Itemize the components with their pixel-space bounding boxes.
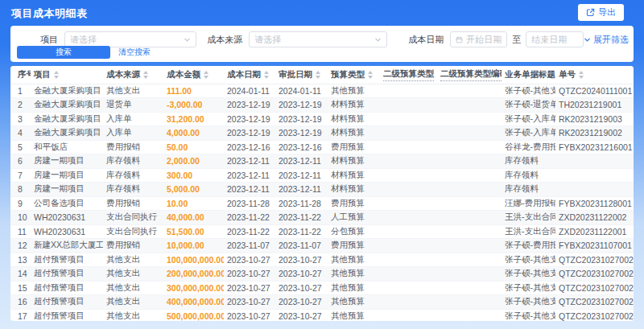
project-select[interactable]: 请选择 xyxy=(64,31,196,47)
cell-doc_no: ZXD20231122001 xyxy=(555,224,634,239)
cell-budget_type: 材料预算 xyxy=(328,98,380,113)
cell-sub_budget_type xyxy=(380,98,437,113)
cell-budget_type: 材料预算 xyxy=(328,126,380,141)
cell-sub_budget_type xyxy=(380,267,437,282)
column-label-project: 项目 xyxy=(34,69,51,80)
cell-amount: 10.00 xyxy=(163,196,224,211)
cell-doc_no: FYBX20231216001 xyxy=(555,140,634,154)
sort-asc-icon xyxy=(316,71,320,74)
cell-audit_date: 2023-11-22 xyxy=(275,224,328,239)
cell-amount: 2,000.00 xyxy=(163,154,224,169)
cell-doc_title: 王洪-支出合同执行 xyxy=(502,224,555,239)
sort-icon[interactable] xyxy=(54,71,59,79)
column-header-doc_no[interactable]: 单号 xyxy=(555,66,634,84)
cell-budget_type: 其他预算 xyxy=(328,309,380,321)
page-title: 项目成本明细表 xyxy=(11,6,88,21)
cell-doc_title: 张子硕-费用报销 xyxy=(502,239,555,253)
end-date-input[interactable]: 结束日期 xyxy=(526,31,584,47)
cost-source-filter-label: 成本来源 xyxy=(207,34,242,46)
cell-doc_no xyxy=(555,168,634,183)
cell-audit_date: 2023-11-07 xyxy=(275,239,328,253)
sort-icon[interactable] xyxy=(143,71,148,79)
table-row: 3金融大厦采购项目入库单31,200.002023-12-192023-12-1… xyxy=(10,112,634,126)
cost-source-select[interactable]: 请选择 xyxy=(249,31,387,47)
cell-amount: 10,000.00 xyxy=(163,239,224,253)
sort-asc-icon xyxy=(204,71,208,74)
sort-icon[interactable] xyxy=(264,71,269,79)
cell-project: 房建一期项目 xyxy=(31,183,103,197)
start-date-input[interactable]: 开始日期 xyxy=(450,31,507,47)
expand-filter-link[interactable]: 展开筛选 xyxy=(584,34,629,46)
cell-no: 1 xyxy=(10,84,31,98)
cost-detail-table: 序号项目成本来源成本金额成本日期审批日期预算类型二级预算类型二级预算类型编码业务… xyxy=(10,66,634,321)
sort-icon[interactable] xyxy=(204,71,208,79)
column-header-budget_type[interactable]: 预算类型 xyxy=(328,66,380,84)
sort-desc-icon xyxy=(264,76,269,79)
cell-sub_budget_code xyxy=(437,281,502,295)
cell-source: 库存领料 xyxy=(103,168,163,183)
table-row: 17超付预警项目其他支出500,000,000.002023-10-272023… xyxy=(10,309,634,321)
cell-source: 其他支出 xyxy=(103,295,163,310)
search-button[interactable]: 搜索 xyxy=(17,46,110,59)
cell-budget_type: 分包预算 xyxy=(328,224,380,239)
cell-doc_title: 王洪-支出合同执行 xyxy=(502,211,555,225)
sort-icon[interactable] xyxy=(368,71,373,79)
sort-desc-icon xyxy=(143,76,148,79)
cell-audit_date: 2023-11-28 xyxy=(275,196,328,211)
cell-project: 金融大厦采购项目 xyxy=(31,126,103,141)
sort-icon[interactable] xyxy=(316,71,320,79)
cell-cost_date: 2023-12-11 xyxy=(224,183,275,197)
cell-amount: 40,000.00 xyxy=(163,211,224,225)
cell-project: 金融大厦采购项目 xyxy=(31,84,103,98)
cell-sub_budget_code xyxy=(437,140,502,154)
cell-source: 费用报销 xyxy=(103,239,163,253)
cell-sub_budget_code xyxy=(437,154,502,169)
column-header-sub_budget_code[interactable]: 二级预算类型编码 xyxy=(437,66,502,84)
cell-cost_date: 2023-10-27 xyxy=(224,267,275,282)
cell-sub_budget_type xyxy=(380,126,437,141)
cell-source: 其他支出 xyxy=(103,267,163,282)
cell-no: 14 xyxy=(10,267,31,282)
column-header-amount[interactable]: 成本金额 xyxy=(163,66,224,84)
cell-cost_date: 2023-12-19 xyxy=(224,112,275,126)
cell-sub_budget_type xyxy=(380,281,437,295)
column-label-doc_no: 单号 xyxy=(559,69,576,80)
cell-cost_date: 2023-10-27 xyxy=(224,281,275,295)
table-row: 14超付预警项目其他支出200,000,000.002023-10-272023… xyxy=(10,267,634,282)
cell-doc_title: 库存领料 xyxy=(502,154,555,169)
table-row: 9公司备选项目费用报销10.002023-11-282023-11-28费用预算… xyxy=(10,196,634,211)
cell-source: 入库单 xyxy=(103,126,163,141)
table-row: 7房建一期项目库存领料300.002023-12-112023-12-11材料预… xyxy=(10,168,634,183)
filter-buttons-row: 搜索 清空搜索 xyxy=(17,46,151,59)
table-row: 10WH20230631支出合同执行40,000.002023-11-22202… xyxy=(10,211,634,225)
column-header-no: 序号 xyxy=(10,66,31,84)
export-icon xyxy=(586,8,595,17)
cell-project: 超付预警项目 xyxy=(31,309,103,321)
sort-desc-icon xyxy=(204,76,208,79)
cell-budget_type: 材料预算 xyxy=(328,168,380,183)
cell-amount: 400,000,000.00 xyxy=(163,295,224,310)
column-header-sub_budget_type[interactable]: 二级预算类型 xyxy=(380,66,437,84)
column-header-source[interactable]: 成本来源 xyxy=(103,66,163,84)
sort-icon[interactable] xyxy=(579,71,584,79)
column-header-cost_date[interactable]: 成本日期 xyxy=(224,66,275,84)
sort-asc-icon xyxy=(143,71,148,74)
cell-project: 新建XX总部大厦工程二期 xyxy=(31,239,103,253)
chevron-down-icon xyxy=(584,36,591,43)
cell-no: 15 xyxy=(10,281,31,295)
cell-source: 其他支出 xyxy=(103,281,163,295)
sort-desc-icon xyxy=(54,76,59,79)
column-header-audit_date[interactable]: 审批日期 xyxy=(275,66,328,84)
cell-no: 12 xyxy=(10,239,31,253)
cell-cost_date: 2023-11-07 xyxy=(224,239,275,253)
cell-budget_type: 其他预算 xyxy=(328,295,380,310)
export-button[interactable]: 导出 xyxy=(578,4,624,21)
cost-date-filter-label: 成本日期 xyxy=(408,34,444,46)
cell-project: WH20230631 xyxy=(31,224,103,239)
cell-sub_budget_code xyxy=(437,309,502,321)
column-header-project[interactable]: 项目 xyxy=(31,66,103,84)
cell-sub_budget_code xyxy=(437,295,502,310)
column-header-doc_title[interactable]: 业务单据标题 xyxy=(502,66,555,84)
cell-budget_type: 材料预算 xyxy=(328,112,380,126)
clear-search-link[interactable]: 清空搜索 xyxy=(118,47,151,58)
